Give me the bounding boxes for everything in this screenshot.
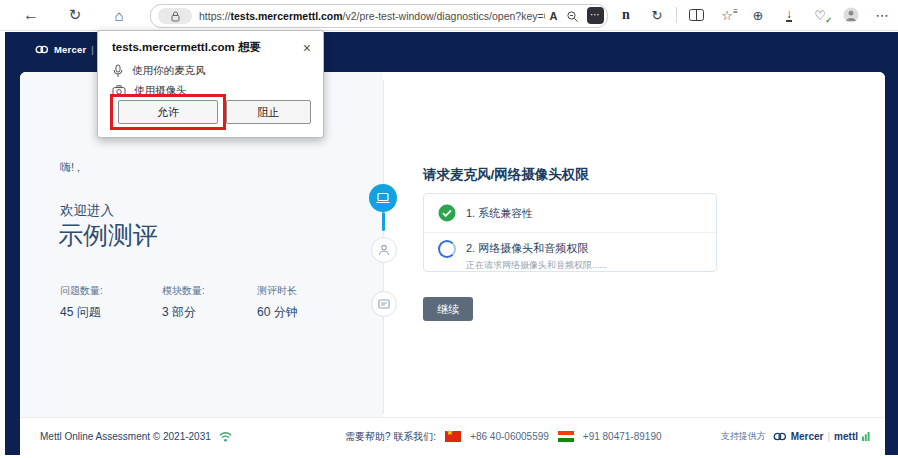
url-path: /v2/pre-test-window/diagnostics/open?key… [343,10,546,22]
close-icon[interactable]: × [303,41,311,55]
copyright-text: Mettl Online Assessment © 2021-2031 [40,431,211,442]
favorites-hub-icon[interactable]: ☆≡ [715,3,739,27]
help-text: 需要帮助? 联系我们: [345,430,436,444]
step-id-card [371,291,397,317]
url-prefix: https:// [199,10,231,22]
step-candidate [371,237,397,263]
person-icon [378,244,390,256]
dialog-title: tests.mercermettl.com 想要 [112,40,261,55]
profile-avatar[interactable] [839,3,863,27]
address-bar[interactable]: https://tests.mercermettl.com/v2/pre-tes… [150,4,608,28]
browser-essentials-icon[interactable]: ♡✓ [808,3,832,27]
diagnostics-checklist: 1. 系统兼容性 2. 网络摄像头和音频权限 正在请求网络摄像头和音频权限...… [423,193,717,272]
phone-india[interactable]: +91 80471-89190 [583,431,662,442]
step-system-check [369,184,397,212]
downloads-icon[interactable]: ↓ [777,3,801,27]
india-flag-icon [558,431,574,442]
extension-n-icon[interactable]: n [614,3,638,27]
welcome-subtitle: 欢迎进入 [60,202,114,220]
greeting-text: 嗨! , [60,160,80,175]
refresh-icon[interactable]: ↻ [62,0,88,30]
split-screen-icon[interactable] [684,3,708,27]
toolbar-right: ⋯ n ↻ ☆≡ ⊕ ↓ ♡✓ ⋯ [583,0,894,30]
screen: ← ↻ ⌂ https://tests.mercermettl.com/v2/p… [0,0,898,458]
footer-brand-mercer: Mercer [791,431,824,442]
stat-modules-value: 3 部分 [162,304,205,321]
continue-button[interactable]: 继续 [423,297,473,321]
checklist-item-webcam: 2. 网络摄像头和音频权限 正在请求网络摄像头和音频权限...... [424,233,716,276]
block-button[interactable]: 阻止 [226,100,311,124]
id-card-icon [378,298,390,310]
checklist-item-system-label: 1. 系统兼容性 [466,206,533,221]
check-circle-icon [438,204,456,222]
footer-copyright-group: Mettl Online Assessment © 2021-2031 [40,418,232,455]
lock-icon [171,11,180,22]
site-permissions-chip[interactable] [158,8,192,24]
zoom-out-icon[interactable] [566,10,579,23]
header-brand-pipe: | [91,44,94,55]
stat-duration-label: 测评时长 [257,284,298,298]
diagnostics-heading: 请求麦克风/网络摄像头权限 [423,166,589,184]
browser-toolbar: ← ↻ ⌂ https://tests.mercermettl.com/v2/p… [0,0,898,31]
mettl-bars-icon [862,432,870,441]
assessment-title: 示例测评 [58,219,158,252]
microphone-icon [112,64,124,78]
provider-text: 支持提供方 [721,430,766,443]
china-flag-icon: ★ [445,431,461,442]
footer-brand-pipe: | [827,431,830,442]
permission-microphone-label: 使用你的麦克风 [132,64,206,78]
laptop-icon [376,192,390,204]
checklist-item-system: 1. 系统兼容性 [424,194,716,233]
footer: Mettl Online Assessment © 2021-2031 需要帮助… [20,417,885,455]
allow-button[interactable]: 允许 [118,100,218,124]
permission-dialog: tests.mercermettl.com 想要 × 使用你的麦克风 使用摄像头… [97,30,324,138]
mercer-logo-icon [773,432,787,441]
stat-questions: 问题数量: 45 问题 [60,284,103,321]
checklist-item-webcam-label: 2. 网络摄像头和音频权限 [466,242,588,254]
stat-duration-value: 60 分钟 [257,304,298,321]
stat-modules-label: 模块数量: [162,284,205,298]
header-brand-mercer: Mercer [54,44,86,55]
dialog-buttons: 允许 阻止 [110,94,311,130]
mercer-logo-icon [35,45,49,54]
footer-help-group: 需要帮助? 联系我们: ★ +86 40-06005599 +91 80471-… [345,418,662,455]
permission-item-microphone: 使用你的麦克风 [98,61,323,81]
footer-brand-mettl: mettl [834,431,858,442]
spinner-icon [438,240,456,258]
read-aloud-icon[interactable]: A [549,10,557,22]
step-progress-line [382,212,385,231]
stat-questions-label: 问题数量: [60,284,103,298]
stat-questions-value: 45 问题 [60,304,103,321]
checklist-item-webcam-status: 正在请求网络摄像头和音频权限...... [466,259,607,272]
home-icon[interactable]: ⌂ [106,0,132,30]
annotation-highlight-box: 允许 [110,94,226,130]
collections-icon[interactable]: ⊕ [746,3,770,27]
wifi-icon [219,431,232,442]
toolbar-separator [676,7,677,23]
stat-modules: 模块数量: 3 部分 [162,284,205,321]
url-domain: tests.mercermettl.com [231,10,343,22]
extension-dots-icon[interactable]: ⋯ [583,3,607,27]
back-icon[interactable]: ← [18,0,44,30]
settings-menu-icon[interactable]: ⋯ [870,3,894,27]
stat-duration: 测评时长 60 分钟 [257,284,298,321]
footer-brand-group: 支持提供方 Mercer | mettl [721,418,870,455]
extension-sync-icon[interactable]: ↻ [645,3,669,27]
phone-china[interactable]: +86 40-06005599 [470,431,549,442]
dialog-header: tests.mercermettl.com 想要 × [98,31,323,61]
url-text[interactable]: https://tests.mercermettl.com/v2/pre-tes… [199,10,545,22]
footer-brand: Mercer | mettl [773,431,870,442]
